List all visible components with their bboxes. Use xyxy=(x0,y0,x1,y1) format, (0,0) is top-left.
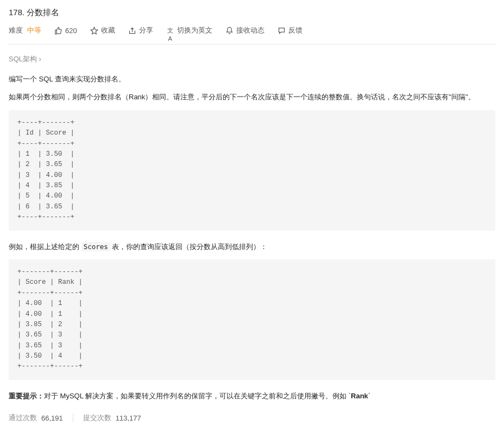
share-icon xyxy=(128,27,136,35)
favorite-button[interactable]: 收藏 xyxy=(90,26,115,35)
submissions-value: 113,177 xyxy=(116,414,141,422)
stats-bar: 通过次数 66,191 提交次数 113,177 xyxy=(9,413,495,423)
accepted-value: 66,191 xyxy=(41,414,63,422)
translate-icon: 文A xyxy=(166,27,174,35)
favorite-label: 收藏 xyxy=(101,26,115,35)
share-button[interactable]: 分享 xyxy=(128,26,153,35)
stats-divider xyxy=(73,414,73,422)
share-label: 分享 xyxy=(139,26,153,35)
accepted-stat: 通过次数 66,191 xyxy=(9,413,63,423)
code-block-output-table: +-------+------+ | Score | Rank | +-----… xyxy=(9,259,495,380)
switch-language-label: 切换为英文 xyxy=(177,26,212,35)
like-button[interactable]: 620 xyxy=(54,27,77,35)
difficulty-label: 难度 xyxy=(9,26,23,35)
hint-label: 重要提示： xyxy=(9,392,44,400)
feedback-button[interactable]: 反馈 xyxy=(278,26,303,35)
problem-title: 178. 分数排名 xyxy=(9,8,495,18)
text-span: 表，你的查询应该返回（按分数从高到低排列）： xyxy=(110,243,268,251)
submissions-stat: 提交次数 113,177 xyxy=(83,413,141,423)
bell-icon xyxy=(225,27,234,35)
text-span: 例如，根据上述给定的 xyxy=(9,243,81,251)
notify-button[interactable]: 接收动态 xyxy=(225,26,264,35)
difficulty-value: 中等 xyxy=(27,26,41,35)
code-block-input-table: +----+-------+ | Id | Score | +----+----… xyxy=(9,110,495,231)
paragraph: 如果两个分数相同，则两个分数排名（Rank）相同。请注意，平分后的下一个名次应该… xyxy=(9,91,495,103)
problem-description: 编写一个 SQL 查询来实现分数排名。 如果两个分数相同，则两个分数排名（Ran… xyxy=(9,73,495,402)
paragraph: 例如，根据上述给定的 Scores 表，你的查询应该返回（按分数从高到低排列）： xyxy=(9,240,495,253)
submissions-label: 提交次数 xyxy=(83,413,111,423)
inline-code: Scores xyxy=(81,242,110,251)
hint-rank-keyword: Rank xyxy=(351,392,368,400)
hint-body: 对于 MySQL 解决方案，如果要转义用作列名的保留字，可以在关键字之前和之后使… xyxy=(44,392,351,400)
like-count: 620 xyxy=(65,27,77,35)
accepted-label: 通过次数 xyxy=(9,413,37,423)
switch-language-button[interactable]: 文A 切换为英文 xyxy=(166,26,212,35)
thumbs-up-icon xyxy=(54,27,62,35)
hint: 重要提示：对于 MySQL 解决方案，如果要转义用作列名的保留字，可以在关键字之… xyxy=(9,390,495,402)
paragraph: 编写一个 SQL 查询来实现分数排名。 xyxy=(9,73,495,85)
star-icon xyxy=(90,27,98,35)
notify-label: 接收动态 xyxy=(236,26,264,35)
toolbar: 难度 中等 620 收藏 分享 文A 切换为英文 接收动态 反馈 xyxy=(9,26,495,44)
sql-schema-link[interactable]: SQL架构 › xyxy=(9,54,495,64)
hint-tail: ` xyxy=(368,392,370,400)
feedback-label: 反馈 xyxy=(288,26,303,35)
feedback-icon xyxy=(278,27,286,35)
